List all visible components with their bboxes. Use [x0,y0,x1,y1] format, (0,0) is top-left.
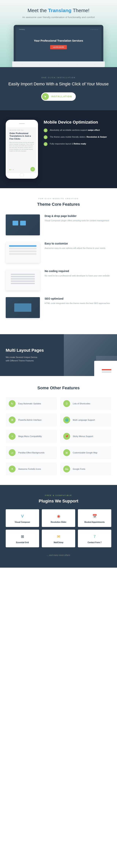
cursor-icon [42,93,49,100]
check-icon: ✓ [44,142,47,146]
other-feature-label: Multi Language Support [73,418,95,421]
plugin-item: 📅 Booked Appointments [78,509,111,527]
laptop-heading: Your Professional Translation Services [34,39,83,42]
other-feature-label: Awesome Fontello Icons [18,468,41,470]
hero-subtitle: An awesome user friendly combination of … [6,16,111,19]
core-feature-text: HTML code integrated into the theme meet… [45,302,110,305]
mobile-feature-text: Absolutely all scrollable sections suppo… [50,128,100,132]
core-features-section: FOR EASY WEBSITE CREATION Theme Core Fea… [0,188,117,334]
other-feature-label: Customizable Google Map [73,451,98,454]
phone-mockup: WE WORK FOR YOU Order Professional Trans… [6,120,38,179]
plugins-more-text: ... and many more others [6,554,111,556]
core-feature-item: Drag & drop page builder Visual Composer… [6,214,111,235]
install-button-label: INSTALLATION [51,95,72,98]
plugin-name: Essential Grid [8,541,37,544]
other-feature-label: Google Fonts [73,468,85,470]
feature-icon: 📌 [63,433,70,440]
phone-title: Order Professional Translations in Just … [9,132,34,140]
other-feature-label: Easy Automatic Updates [18,402,41,405]
plugin-name: Booked Appointments [80,521,109,523]
plugin-item: ✉ MailChimp [42,530,75,547]
feature-icon: ✦ [9,466,15,472]
plugin-icon: 7 [91,533,98,539]
hero-section: Meet the Translang Theme! An awesome use… [0,0,117,67]
phone-fab-button: ↑ [30,167,35,172]
mobile-feature-text: The theme uses mobile friendly sliders: … [50,135,107,138]
other-feature-item: ↻ Easy Automatic Updates [6,397,57,410]
plugin-icon: ◉ [55,513,62,519]
core-feature-item: Easy to customize Awesome easy-to-use op… [6,242,111,263]
other-feature-label: Sticky Menus Support [73,435,93,438]
plugin-icon: ⊞ [20,533,26,539]
phone-screen: WE WORK FOR YOU Order Professional Trans… [7,127,36,173]
mobile-heading: Mobile Device Optimization [44,120,107,125]
feature-icon: ≡ [9,433,15,440]
core-feature-image [6,214,40,235]
feature-icon: ⚙ [9,416,15,423]
core-heading: Theme Core Features [6,202,111,207]
core-feature-item: SEO optimized HTML code integrated into … [6,297,111,318]
laptop-cta-button: LEARN MORE [50,45,67,49]
core-feature-title: Drag & drop page builder [45,214,109,217]
other-heading: Some Other Features [6,385,111,391]
plugin-icon: V [20,513,26,519]
other-feature-item: 📌 Sticky Menus Support [60,430,111,443]
other-feature-label: Powerful Admin Interface [18,418,41,421]
plugin-item: ◉ Revolution Slider [42,509,75,527]
other-feature-item: ≡ Mega Menu Compatibility [6,430,57,443]
plugin-name: Revolution Slider [44,521,73,523]
feature-icon: ⊞ [63,449,70,456]
core-feature-title: No coding required [45,270,110,273]
other-feature-item: ⊞ Customizable Google Map [60,446,111,459]
other-features-section: Some Other Features ↻ Easy Automatic Upd… [0,376,117,485]
plugin-item: 7 Contact Form 7 [78,530,111,547]
multi-layout-section: Multi Layout Pages We create Several Uni… [0,334,117,376]
other-feature-label: Lots of Shortcodes [73,402,90,405]
mobile-section: WE WORK FOR YOU Order Professional Trans… [0,110,117,188]
phone-text: Many commerce services exist that will t… [9,142,34,152]
multi-preview-image [64,334,117,376]
core-feature-text: No need to be a professional web develop… [45,274,110,278]
core-eyebrow: FOR EASY WEBSITE CREATION [6,198,111,199]
multi-text: We create Several Unique Demos with Diff… [6,356,40,362]
other-feature-item: Aa Google Fonts [60,463,111,475]
other-feature-item: ⟨⟩ Lots of Shortcodes [60,397,111,410]
feature-icon: 🌐 [63,416,70,423]
laptop-nav: Translang — — — — — [16,29,101,30]
plugin-name: MailChimp [44,541,73,544]
check-icon: ✓ [44,128,47,132]
core-feature-title: SEO optimized [45,297,110,300]
laptop-base: ····· [12,61,105,67]
install-button[interactable]: INSTALLATION [41,92,76,101]
feature-icon: ⟨⟩ [63,400,70,407]
install-eyebrow: ONE CLICK INSTALLATION [6,76,111,79]
feature-icon: ↻ [9,400,15,407]
check-icon: ✓ [44,135,47,139]
plugins-eyebrow: FREE & COMPATIBLE [6,494,111,496]
mobile-feature-item: ✓ Absolutely all scrollable sections sup… [44,128,107,132]
plugin-item: V Visual Composer [6,509,39,527]
plugin-icon: 📅 [91,513,98,519]
multi-heading: Multi Layout Pages [6,348,58,353]
feature-icon: ▱ [9,449,15,456]
laptop-mockup: Translang — — — — — Your Professional Tr… [14,25,104,67]
core-feature-item: No coding required No need to be a profe… [6,270,111,290]
other-feature-item: ⚙ Powerful Admin Interface [6,413,57,426]
core-feature-title: Easy to customize [45,242,106,245]
core-feature-text: Awesome easy-to-use options will adjust … [45,247,106,250]
other-feature-label: Mega Menu Compatibility [18,435,42,438]
core-feature-image [6,270,40,290]
plugins-section: FREE & COMPATIBLE Plugins We Support V V… [0,485,117,568]
core-feature-image [6,297,40,318]
other-feature-label: Parallax Effect Backgrounds [18,451,44,454]
other-feature-item: ▱ Parallax Effect Backgrounds [6,446,57,459]
install-heading: Easily Import Demo With a Single Click o… [6,81,111,87]
plugins-heading: Plugins We Support [6,499,111,503]
core-feature-text: Visual Composer plugin offers amazing to… [45,219,109,222]
mobile-feature-item: ✓ Fully responsive layout & Retina ready [44,142,107,146]
plugin-icon: ✉ [55,533,62,539]
laptop-screen: Translang — — — — — Your Professional Tr… [16,27,101,61]
hero-title: Meet the Translang Theme! [6,8,111,13]
plugin-name: Visual Composer [8,521,37,523]
plugin-name: Contact Form 7 [80,541,109,544]
